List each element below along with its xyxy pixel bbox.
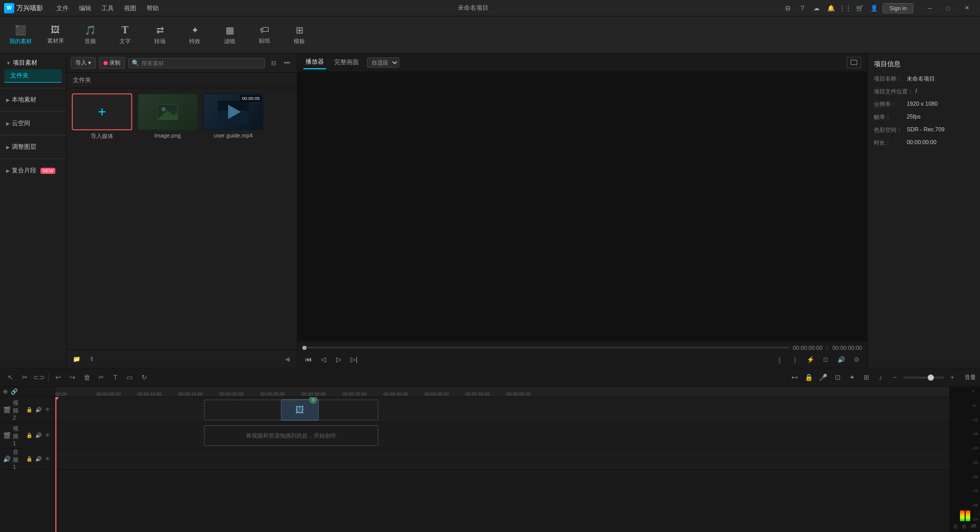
more-icon[interactable]: ••• xyxy=(281,57,293,69)
video2-drop-zone[interactable] xyxy=(204,400,378,420)
mic-button[interactable]: 🎤 xyxy=(817,371,829,384)
split-button[interactable]: ✂ xyxy=(95,371,107,384)
video1-drop-zone[interactable]: 将视频和资源拖拽到此处，开始创作 xyxy=(204,425,378,446)
audio1-lock-icon[interactable]: 🔒 xyxy=(25,455,33,463)
left-sidebar: ▼ 项目素材 文件夹 ▶ 本地素材 ▶ 云空间 ▶ 调整图层 xyxy=(0,53,67,368)
preview-select[interactable]: 自适应 xyxy=(367,57,399,68)
snap-button[interactable]: ⊷ xyxy=(788,371,801,384)
new-track-icon[interactable]: ⊕ xyxy=(3,388,8,395)
bell-icon[interactable]: 🔔 xyxy=(825,3,836,14)
track2-lock-icon[interactable]: 🔒 xyxy=(25,406,33,414)
undo-button[interactable]: ↩ xyxy=(52,371,64,384)
info-row-project-name: 项目名称： 未命名项目 xyxy=(874,75,974,83)
tool-transition[interactable]: ⇄ 转场 xyxy=(144,19,176,50)
sidebar-project-header[interactable]: ▼ 项目素材 xyxy=(4,56,62,69)
main-toolbar: ⬛ 我的素材 🖼 素材库 🎵 音频 T 文字 ⇄ 转场 ✦ 特效 ▦ 滤镜 🏷 … xyxy=(0,16,980,53)
magnetic-tool-button[interactable]: ⊂⊃ xyxy=(33,371,45,384)
asset-item-image[interactable]: image.png xyxy=(137,93,198,140)
settings-icon[interactable]: ⚙ xyxy=(851,354,862,365)
sidebar-local-header[interactable]: ▶ 本地素材 xyxy=(4,93,62,106)
track2-speaker-icon[interactable]: 🔊 xyxy=(34,406,43,414)
tool-my-assets[interactable]: ⬛ 我的素材 xyxy=(4,19,37,50)
tool-sticker[interactable]: 🏷 贴纸 xyxy=(248,19,281,50)
in-point-icon[interactable]: { xyxy=(774,354,785,365)
timeline-area: ↖ ✂ ⊂⊃ ↩ ↪ 🗑 ✂ T ▭ ↻ ⊷ 🔒 🎤 ⊡ ✦ ⊞ ♪ − + 音… xyxy=(0,368,980,532)
zoom-slider[interactable] xyxy=(903,377,944,379)
sidebar-cloud-header[interactable]: ▶ 云空间 xyxy=(4,117,62,130)
snapshot-icon[interactable]: ⊡ xyxy=(820,354,831,365)
out-point-icon[interactable]: } xyxy=(789,354,801,365)
cloud-icon[interactable]: ☁ xyxy=(811,3,822,14)
pip-button[interactable]: ⊡ xyxy=(831,371,844,384)
delete-button[interactable]: 🗑 xyxy=(80,371,93,384)
track1-lock-icon[interactable]: 🔒 xyxy=(25,431,33,440)
track2-eye-icon[interactable]: 👁 xyxy=(44,406,52,414)
fullscreen-icon[interactable] xyxy=(847,57,861,68)
sidebar-composite-header[interactable]: ▶ 复合片段 NEW xyxy=(4,164,62,177)
filter-icon[interactable]: ⊟ xyxy=(268,57,279,69)
next-frame-button[interactable]: ▷| xyxy=(349,354,360,365)
tool-filter[interactable]: ▦ 滤镜 xyxy=(213,19,246,50)
audio-eq-button[interactable]: ♪ xyxy=(874,371,887,384)
tool-audio[interactable]: 🎵 音频 xyxy=(74,19,107,50)
search-input[interactable] xyxy=(141,60,261,66)
box-tool-button[interactable]: ▭ xyxy=(124,371,136,384)
new-folder-icon[interactable]: 📁 xyxy=(71,353,82,365)
win-close-button[interactable]: ✕ xyxy=(957,0,976,16)
import-button[interactable]: 导入 ▾ xyxy=(71,57,96,69)
zoom-out-button[interactable]: − xyxy=(889,371,901,384)
sidebar-folder-item[interactable]: 文件夹 xyxy=(4,69,62,83)
tool-effect[interactable]: ✦ 特效 xyxy=(178,19,211,50)
signin-button[interactable]: Sign in xyxy=(883,3,913,13)
crop-button[interactable]: ⊞ xyxy=(860,371,872,384)
menu-file[interactable]: 文件 xyxy=(51,0,74,16)
volume-icon[interactable]: 🔊 xyxy=(835,354,847,365)
tab-player[interactable]: 播放器 xyxy=(303,55,326,69)
timeline-ruler: 00:00 00:00:05:00 00:00:10:00 00:00:15:0… xyxy=(55,387,949,397)
sidebar-adjust-header[interactable]: ▶ 调整图层 xyxy=(4,141,62,153)
ruler-tick-2: 00:00:10:00 xyxy=(137,391,162,397)
cart-icon[interactable]: 🛒 xyxy=(854,3,865,14)
track1-speaker-icon[interactable]: 🔊 xyxy=(34,431,43,440)
razor-tool-button[interactable]: ✂ xyxy=(18,371,31,384)
minimize-display-icon[interactable]: ⊟ xyxy=(782,3,793,14)
help-icon[interactable]: ? xyxy=(797,3,808,14)
tool-asset-lib[interactable]: 🖼 素材库 xyxy=(39,19,72,50)
asset-item-video[interactable]: 00:00:05 user guide.mp4 xyxy=(203,93,263,140)
track1-eye-icon[interactable]: 👁 xyxy=(44,431,52,440)
text-tool-button[interactable]: T xyxy=(109,371,121,384)
select-tool-button[interactable]: ↖ xyxy=(4,371,16,384)
tool-text[interactable]: T 文字 xyxy=(109,19,141,50)
collapse-panel-icon[interactable]: ◀ xyxy=(281,353,293,365)
menu-tools[interactable]: 工具 xyxy=(96,0,119,16)
link-icon[interactable]: 🔗 xyxy=(11,388,18,395)
menu-view[interactable]: 视图 xyxy=(119,0,141,16)
main-area: ▼ 项目素材 文件夹 ▶ 本地素材 ▶ 云空间 ▶ 调整图层 xyxy=(0,53,980,368)
user-icon[interactable]: 👤 xyxy=(868,3,880,14)
record-button[interactable]: 录制 xyxy=(99,57,125,69)
win-minimize-button[interactable]: ─ xyxy=(921,0,939,16)
lock-button[interactable]: 🔒 xyxy=(803,371,815,384)
logo-icon: W xyxy=(4,3,14,13)
import-bottom-icon[interactable]: ⬆ xyxy=(86,353,97,365)
tool-template[interactable]: ⊞ 模板 xyxy=(283,19,316,50)
rotation-tool-button[interactable]: ↻ xyxy=(138,371,150,384)
redo-button[interactable]: ↪ xyxy=(66,371,78,384)
prev-frame-button[interactable]: ◁ xyxy=(318,354,329,365)
skip-to-start-button[interactable]: ⏮ xyxy=(302,354,314,365)
menu-help[interactable]: 帮助 xyxy=(141,0,164,16)
audio1-eye-icon[interactable]: 👁 xyxy=(44,455,52,463)
menu-edit[interactable]: 编辑 xyxy=(74,0,96,16)
play-button[interactable]: ▷ xyxy=(333,354,344,365)
sidebar-adjust-label: 调整图层 xyxy=(12,143,36,151)
preview-progress-bar[interactable] xyxy=(302,347,789,348)
audio1-speaker-icon[interactable]: 🔊 xyxy=(34,455,43,463)
ai-button[interactable]: ✦ xyxy=(846,371,858,384)
grid-icon[interactable]: ⋮⋮ xyxy=(840,3,851,14)
zoom-in-button[interactable]: + xyxy=(946,371,958,384)
speed-icon[interactable]: ⚡ xyxy=(805,354,816,365)
win-maximize-button[interactable]: □ xyxy=(939,0,957,16)
ruler-tick-7: 00:00:35:00 xyxy=(342,391,367,397)
asset-item-import[interactable]: + 导入媒体 xyxy=(72,93,132,140)
tab-full[interactable]: 完整画面 xyxy=(332,56,361,69)
